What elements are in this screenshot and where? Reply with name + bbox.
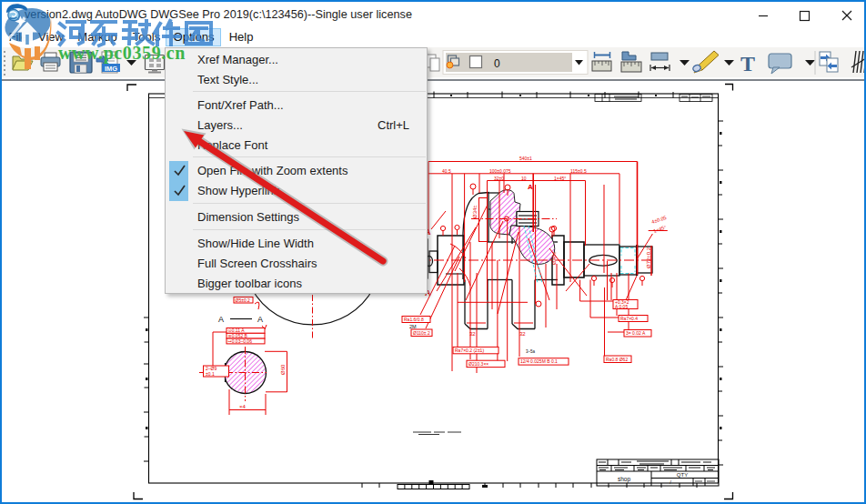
svg-text:T: T xyxy=(740,52,755,76)
svg-text:IMG: IMG xyxy=(105,65,117,73)
svg-text:0: 0 xyxy=(494,57,500,70)
